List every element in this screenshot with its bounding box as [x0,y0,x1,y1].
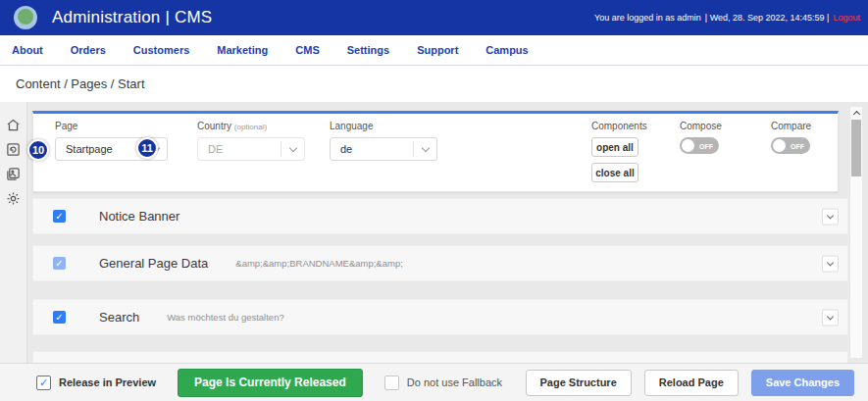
notice-banner-checkbox[interactable]: ✓ [53,210,66,223]
country-optional-text: (optional) [234,123,267,131]
nav-item-customers[interactable]: Customers [133,44,189,56]
expand-section-button[interactable] [822,208,839,225]
chevron-down-icon [288,143,296,151]
section-row-general-page-data[interactable]: ✓ General Page Data &amp;&amp;BRANDNAME&… [32,245,848,281]
app-header: Administration | CMS You are logged in a… [0,0,868,35]
nav-item-settings[interactable]: Settings [347,44,389,56]
close-all-button[interactable]: close all [591,163,638,182]
logged-in-text: You are logged in as admin [594,13,701,23]
compare-label: Compare [771,121,811,131]
reload-page-button[interactable]: Reload Page [644,370,739,396]
chevron-up-icon [852,110,859,117]
section-row-notice-banner[interactable]: ✓ Notice Banner [32,198,848,234]
datetime-text: | Wed, 28. Sep 2022, 14:45:59 | [705,13,830,23]
cms-admin-window: Administration | CMS You are logged in a… [0,0,868,401]
release-in-preview-checkbox[interactable]: ✓ [36,376,51,390]
session-info: You are logged in as admin | Wed, 28. Se… [594,13,860,23]
nav-item-about[interactable]: About [12,44,43,56]
compare-toggle-knob [773,139,786,152]
compose-toggle-knob [682,139,694,152]
general-page-data-checkbox[interactable]: ✓ [53,257,66,270]
compare-toggle-state: OFF [791,142,804,149]
footer-action-bar: ✓ Release in Preview Page Is Currently R… [0,363,868,401]
app-title: Administration | CMS [52,8,212,27]
logout-link[interactable]: Logout [833,13,860,23]
content-area: Page Startpage Country (optional) DE Lan… [0,102,868,363]
icon-sidebar [0,102,27,363]
nav-item-orders[interactable]: Orders [71,44,106,56]
section-subtitle: &amp;&amp;BRANDNAME&amp;&amp; [235,258,403,269]
chevron-down-icon [421,143,429,151]
section-title: General Page Data [99,256,208,271]
compose-toggle[interactable]: OFF [680,137,719,154]
chevron-down-icon [827,212,834,219]
main-nav: About Orders Customers Marketing CMS Set… [0,35,868,66]
country-label-text: Country [197,121,231,131]
section-subtitle: Was möchtest du gestalten? [167,312,284,323]
save-changes-button[interactable]: Save Changes [751,370,854,396]
settings-gear-icon[interactable] [6,191,21,206]
home-icon[interactable] [6,118,21,132]
do-not-use-fallback-checkbox[interactable] [384,376,399,390]
search-checkbox[interactable]: ✓ [53,311,66,324]
scroll-up-button[interactable] [850,107,862,119]
nav-item-campus[interactable]: Campus [485,44,528,56]
annotation-badge-11: 11 [136,137,158,159]
section-row-search[interactable]: ✓ Search Was möchtest du gestalten? [32,299,848,335]
brand-logo-icon [14,6,37,29]
compose-field: Compose OFF [680,121,722,154]
expand-section-button[interactable] [822,255,839,272]
page-label: Page [55,121,168,131]
vertical-scrollbar[interactable] [849,106,863,359]
nav-item-marketing[interactable]: Marketing [217,44,268,56]
do-not-use-fallback-label: Do not use Fallback [407,376,502,388]
components-label: Components [591,121,647,131]
country-label: Country (optional) [197,121,305,131]
page-structure-button[interactable]: Page Structure [526,370,632,396]
country-select-chevron-wrap [281,141,304,157]
language-select-value: de [340,143,352,155]
page-select-value: Startpage [66,143,113,155]
chevron-down-icon [827,259,834,266]
compare-toggle[interactable]: OFF [771,137,810,154]
nav-item-cms[interactable]: CMS [295,44,319,56]
page-released-button[interactable]: Page Is Currently Released [178,369,363,397]
section-title: Search [99,310,139,325]
logo-globe-inner [18,9,33,25]
release-in-preview-label: Release in Preview [59,376,156,388]
compose-label: Compose [680,121,722,131]
language-label: Language [330,121,437,131]
compose-toggle-state: OFF [699,142,713,149]
annotation-badge-10: 10 [27,139,49,161]
component-browser-icon[interactable] [6,142,21,157]
breadcrumb-bar: Content / Pages / Start [0,66,868,102]
scrollbar-thumb[interactable] [851,120,861,176]
country-field: Country (optional) DE [197,121,305,161]
open-all-button[interactable]: open all [591,137,638,157]
media-library-icon[interactable] [6,167,21,181]
chevron-down-icon [827,313,834,320]
language-select[interactable]: de [330,137,437,161]
components-field: Components open all close all [591,121,647,188]
language-field: Language de [330,121,437,161]
footer-right-actions: Page Structure Reload Page Save Changes [526,370,854,396]
compare-field: Compare OFF [771,121,811,154]
language-select-chevron-wrap [413,141,436,157]
nav-item-support[interactable]: Support [417,44,458,56]
expand-section-button[interactable] [822,309,839,326]
section-title: Notice Banner [99,209,179,224]
country-select-value: DE [208,143,223,155]
breadcrumb: Content / Pages / Start [16,76,145,91]
country-select[interactable]: DE [197,137,305,161]
section-row-partial [32,351,848,363]
